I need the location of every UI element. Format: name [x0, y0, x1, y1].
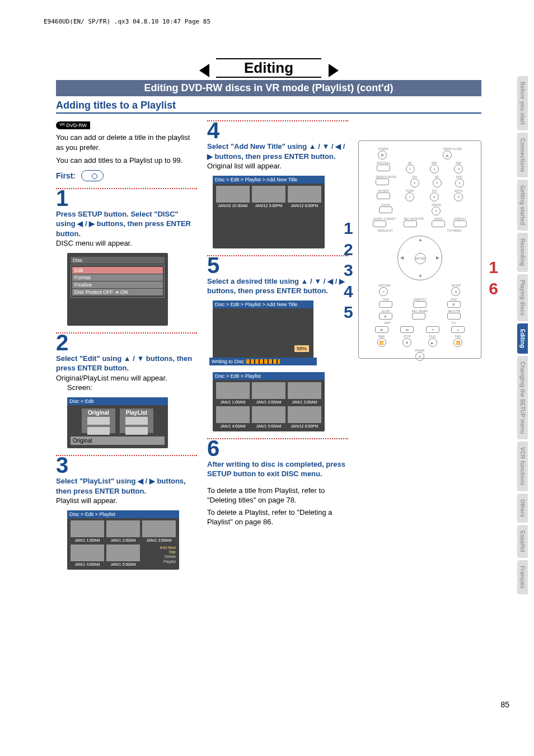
num-button: 2 — [430, 165, 439, 173]
rew-icon: ⏪ — [377, 338, 386, 347]
rec-speed-button — [412, 313, 425, 320]
ch-up-icon: ▲ — [451, 326, 465, 333]
page-title: Editing — [216, 58, 321, 78]
step-3-body: Select "PlayList" using ◀ / ▶ buttons, t… — [56, 476, 197, 506]
dvd-button: ⦿ — [447, 301, 461, 308]
num-button: 8 — [430, 192, 439, 201]
thumbnail — [288, 186, 321, 203]
rec-otr-button — [447, 313, 461, 320]
intro-text-1: You can add or delete a title in the pla… — [56, 133, 197, 152]
breadcrumb: Disc > Edit > Playlist — [67, 510, 179, 518]
thumbnail — [216, 382, 250, 399]
ch-down-icon: ▼ — [426, 326, 439, 333]
search-mode-button — [376, 179, 389, 185]
breadcrumb: Disc > Edit > Playlist > Add New Title — [213, 300, 313, 308]
step-6-body: After writing to disc is completed, pres… — [207, 459, 348, 527]
skip-back-icon: ⏮ — [375, 326, 388, 333]
addnew-screenshot: Disc > Edit > Playlist > Add New Title J… — [213, 176, 325, 248]
step-5-body: Select a desired title using ▲ / ▼ / ◀ /… — [207, 276, 348, 296]
video-tv-button — [413, 301, 427, 308]
remote-control-diagram: POWER⏻OPEN/ CLOSE⏏ VCR Plus+.@/:1ABC2DEF… — [358, 140, 481, 359]
creset-button — [373, 220, 386, 227]
menu-item: Disc Protect OFF ➔ ON — [72, 289, 163, 295]
play-icon: ▶ — [428, 338, 437, 347]
side-tab: Recording — [517, 233, 528, 271]
nav-pad: ▲ ▼ ◀ ▶ ENTER — [397, 236, 442, 280]
display-button — [453, 220, 467, 227]
middle-column: 4 Select "Add New Title" using ▲ / ▼ / ◀… — [207, 118, 348, 570]
thumbnail — [216, 406, 250, 423]
intro-text-2: You can add titles to a Playlist up to 9… — [56, 156, 197, 166]
num-button: 3 — [454, 165, 463, 173]
thumbnail — [71, 520, 104, 537]
vcr-button — [379, 301, 392, 308]
thumbnail — [288, 406, 321, 423]
subtitle-bar: Editing DVD-RW discs in VR mode (Playlis… — [56, 80, 481, 96]
fwd-icon: ⏩ — [453, 338, 462, 347]
title-banner: Editing — [56, 58, 481, 78]
side-tab: VCR functions — [517, 442, 528, 491]
edit-menu-screenshot: Disc > Edit Original PlayList Original — [67, 397, 168, 448]
return-button: ↶ — [379, 287, 388, 296]
side-tab: Français — [517, 560, 528, 594]
side-tab-active: Editing — [517, 323, 528, 354]
breadcrumb: Disc > Edit — [67, 397, 168, 405]
side-tab: Español — [517, 525, 528, 558]
num-button: 9 — [454, 192, 463, 201]
enter-button: ENTER — [415, 253, 426, 264]
setup-button: ⚙ — [451, 287, 460, 296]
thumbnail — [216, 186, 250, 203]
num-button: 6 — [455, 179, 464, 187]
header-path: E9460UD(EN/ SP/FR) .qx3 04.8.10 10:47 Pa… — [44, 18, 210, 25]
slow-button: ▶ — [379, 313, 392, 320]
step-number-4: 4 — [207, 119, 348, 142]
stop-icon: ■ — [402, 338, 411, 347]
step-1-body: Press SETUP button. Select "DISC" using … — [56, 209, 197, 248]
menu-item: Edit — [72, 267, 163, 274]
menu-title: Disc — [71, 257, 165, 264]
power-icon: ⏻ — [378, 151, 387, 159]
breadcrumb: Disc > Edit > Playlist > Add New Title — [213, 176, 325, 184]
disc-type-badge: VR DVD-RW — [56, 121, 90, 129]
num-button: 1 — [406, 165, 415, 173]
left-column: VR DVD-RW You can add or delete a title … — [56, 118, 197, 570]
disc-menu-screenshot: Disc Edit Format Finalize Disc Protect O… — [67, 253, 168, 326]
side-tabs: Before you start Connections Getting sta… — [517, 76, 534, 597]
num-button: 5 — [433, 179, 442, 187]
side-tab: Before you start — [517, 76, 528, 130]
breadcrumb: Disc > Edit > Playlist — [213, 372, 325, 380]
step-number-5: 5 — [207, 254, 348, 276]
step-number-2: 2 — [56, 331, 197, 354]
thumbnail — [106, 544, 140, 561]
writing-screenshot: Disc > Edit > Playlist > Add New Title 5… — [213, 300, 313, 362]
add-new-tile: Add NewTitle DeletePlaylist — [142, 544, 176, 566]
original-tile: Original — [82, 408, 115, 433]
step-4-body: Select "Add New Title" using ▲ / ▼ / ◀ /… — [207, 142, 348, 171]
side-tab: Getting started — [517, 180, 528, 231]
side-tab: Others — [517, 494, 528, 523]
step-ref-red: 1 6 — [489, 257, 498, 299]
pause-icon: ⏸ — [415, 352, 424, 361]
section-heading: Adding titles to a Playlist — [56, 100, 481, 114]
page-number: 85 — [500, 700, 509, 709]
step-number-6: 6 — [207, 437, 348, 459]
thumbnail — [252, 382, 285, 399]
num-button: 4 — [410, 179, 419, 187]
footer-label: Original — [71, 436, 165, 445]
num-button: 7 — [405, 192, 414, 201]
progress-bar: Writing to Disc — [209, 358, 317, 365]
num-button: 0 — [432, 206, 441, 215]
side-tab: Playing discs — [517, 274, 528, 321]
audio-button — [432, 220, 445, 227]
left-arrow-icon: ◀ — [400, 255, 404, 260]
chevron-left-icon — [199, 64, 209, 77]
cm-skip-button — [377, 192, 390, 199]
thumbnail — [288, 382, 321, 399]
thumbnail — [71, 544, 104, 561]
menu-item: Format — [72, 274, 163, 281]
vcr-plus-button — [377, 165, 390, 171]
step-ref-blue: 1 2 3 4 5 — [344, 218, 353, 323]
step-2-body: Select "Edit" using ▲ / ▼ buttons, then … — [56, 354, 197, 393]
thumbnail — [252, 186, 285, 203]
up-arrow-icon: ▲ — [418, 237, 423, 242]
